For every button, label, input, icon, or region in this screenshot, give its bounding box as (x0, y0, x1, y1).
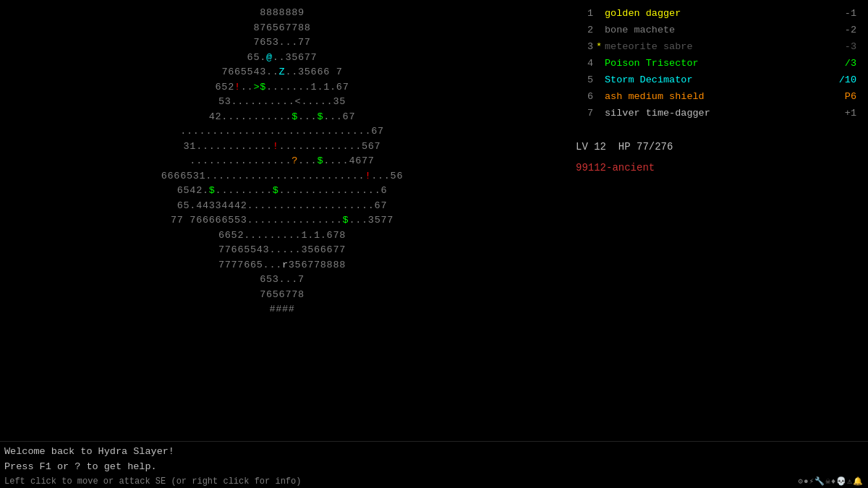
inv-item-name: golden dagger (605, 6, 827, 22)
map-line: 7653...77 (253, 35, 310, 51)
map-line: 653...7 (260, 273, 305, 288)
map-area: 88888898765677887653...7765.@..356777665… (0, 0, 564, 441)
message-line: Press F1 or ? to get help. (4, 460, 864, 475)
game-container: 88888898765677887653...7765.@..356777665… (0, 0, 868, 488)
map-line: 6652.........1.1.678 (218, 228, 346, 244)
inv-star (596, 106, 605, 122)
map-line: ................?...$....4677 (190, 154, 374, 169)
inv-item-name: meteorite sabre (605, 39, 827, 56)
status-text: Left click to move or attack SE (or righ… (4, 476, 301, 487)
inv-number: 6 (576, 89, 593, 106)
inv-item-name: bone machete (605, 22, 827, 39)
inv-number: 2 (576, 22, 593, 39)
map-line: ..............................67 (180, 124, 384, 140)
inv-item-name: Storm Decimator (605, 72, 827, 89)
map-line: 876567788 (253, 21, 310, 36)
inv-number: 1 (576, 6, 593, 22)
map-line: 7777665...r356778888 (218, 258, 346, 273)
inv-item-val: -3 (827, 39, 856, 56)
inv-number: 4 (576, 56, 593, 72)
map-line: #### (269, 302, 294, 317)
inv-item-val: +1 (827, 106, 856, 122)
map-line: 7665543..Z..35666 7 (221, 65, 342, 80)
inv-number: 3 (576, 39, 593, 56)
inv-item-val: -1 (827, 6, 856, 22)
inventory-row[interactable]: 5 Storm Decimator/10 (576, 72, 856, 89)
main-area: 88888898765677887653...7765.@..356777665… (0, 0, 868, 441)
inventory-row[interactable]: 4 Poison Trisector/3 (576, 56, 856, 72)
map-line: 65.@..35677 (247, 51, 318, 66)
map-line: 6666531.........................!...56 (161, 169, 403, 184)
map-line: 77 766666553...............$...3577 (171, 213, 393, 228)
inv-item-name: silver time-dagger (605, 106, 827, 122)
inv-number: 5 (576, 72, 593, 89)
map-line: 42...........$...$...67 (209, 110, 355, 125)
bottom-bar: Welcome back to Hydra Slayer!Press F1 or… (0, 441, 868, 488)
inv-star: * (596, 39, 605, 56)
inv-item-val: -2 (827, 22, 856, 39)
inv-item-val: /3 (827, 56, 856, 72)
message-line: Welcome back to Hydra Slayer! (4, 445, 864, 460)
inv-star (596, 89, 605, 106)
ancient-label: 99112-ancient (576, 162, 856, 174)
messages: Welcome back to Hydra Slayer!Press F1 or… (4, 445, 864, 475)
inv-number: 7 (576, 106, 593, 122)
inv-star (596, 22, 605, 39)
inv-star (596, 56, 605, 72)
inventory-row[interactable]: 2 bone machete-2 (576, 22, 856, 39)
inv-star (596, 6, 605, 22)
status-icons: ⚙●⚡🔧☠♦💀⚠🔔 (798, 476, 864, 487)
inventory-row[interactable]: 1 golden dagger-1 (576, 6, 856, 22)
sidebar: 1 golden dagger-12 bone machete-23*meteo… (564, 0, 868, 441)
inv-star (596, 72, 605, 89)
inv-item-name: Poison Trisector (605, 56, 827, 72)
status-bar: Left click to move or attack SE (or righ… (4, 476, 864, 487)
inv-item-val: /10 (827, 72, 856, 89)
map-line: 53..........<.....35 (218, 95, 346, 110)
inventory-row[interactable]: 7 silver time-dagger+1 (576, 106, 856, 122)
map-line: 65.44334442....................67 (177, 199, 387, 214)
map-line: 31............!.............567 (184, 140, 381, 155)
map-line: 77665543.....3566677 (218, 243, 346, 258)
stats-area: LV 12 HP 77/276 99112-ancient (576, 135, 856, 176)
inventory-list: 1 golden dagger-12 bone machete-23*meteo… (576, 6, 856, 122)
inv-item-name: ash medium shield (605, 89, 827, 106)
stats-label: LV 12 HP 77/276 (576, 138, 856, 156)
inventory-row[interactable]: 6 ash medium shieldP6 (576, 89, 856, 106)
map-line: 7656778 (260, 288, 305, 303)
inventory-row[interactable]: 3*meteorite sabre-3 (576, 39, 856, 56)
inv-item-val: P6 (827, 89, 856, 106)
map-line: 652!..>$.......1.1.67 (216, 80, 349, 95)
map-line: 8888889 (260, 6, 305, 21)
map-line: 6542.$.........$................6 (177, 184, 387, 199)
